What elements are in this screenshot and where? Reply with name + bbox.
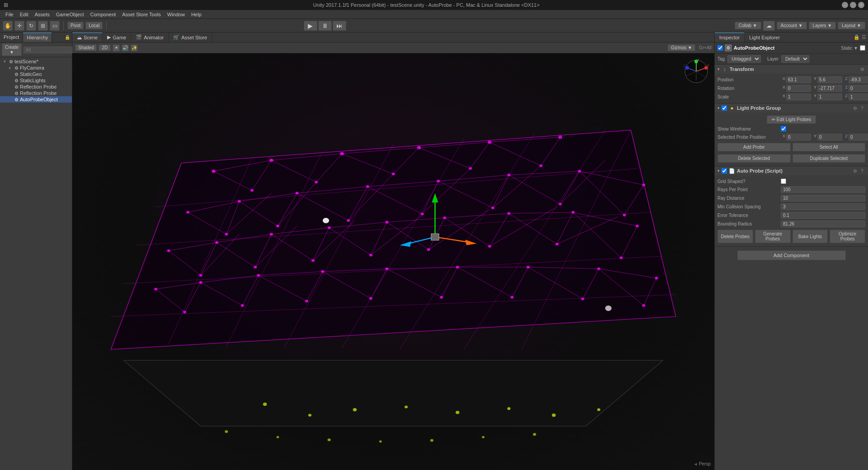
- rot-x-input[interactable]: [786, 85, 811, 92]
- hierarchy-item-5[interactable]: ⚙Reflection Probe: [0, 90, 72, 96]
- hierarchy-tab[interactable]: Hierarchy: [23, 33, 52, 42]
- svg-point-117: [417, 146, 421, 149]
- collab-button[interactable]: Collab ▼: [735, 22, 761, 29]
- cloud-icon-button[interactable]: ☁: [763, 21, 775, 31]
- scl-z-input[interactable]: [849, 94, 868, 100]
- ray-distance-input[interactable]: [781, 195, 865, 202]
- asset-store-tab[interactable]: 🛒 Asset Store: [169, 33, 212, 42]
- grid-shaped-checkbox[interactable]: [781, 179, 786, 184]
- auto-probe-header[interactable]: ▾ 📄 Auto Probe (Script) ⚙ ?: [715, 166, 868, 175]
- layer-select[interactable]: Default: [781, 55, 809, 63]
- light-probe-group-header[interactable]: ▾ ● Light Probe Group ⚙ ?: [715, 103, 868, 113]
- rot-y-input[interactable]: [817, 85, 842, 92]
- add-component-button[interactable]: Add Component: [737, 250, 846, 260]
- project-tab[interactable]: Project: [0, 33, 23, 42]
- pos-x-input[interactable]: [786, 76, 811, 83]
- menu-item-assets[interactable]: Assets: [32, 11, 52, 18]
- inspector-lock-icon[interactable]: 🔒: [854, 34, 860, 40]
- svg-point-147: [571, 211, 575, 214]
- pause-button[interactable]: ⏸: [318, 21, 332, 31]
- menu-item-window[interactable]: Window: [165, 11, 188, 18]
- menu-item-asset store tools[interactable]: Asset Store Tools: [119, 11, 163, 18]
- menu-item-file[interactable]: File: [3, 11, 16, 18]
- optimize-probes-button[interactable]: Optimize Probes: [830, 230, 865, 243]
- delete-probes-button[interactable]: Delete Probes: [717, 230, 753, 243]
- scene-view[interactable]: X Y Z ◄ Persp: [72, 53, 714, 470]
- light-explorer-tab[interactable]: Light Explorer: [745, 33, 784, 42]
- lpg-enabled-checkbox[interactable]: [722, 105, 727, 111]
- scene-tab[interactable]: ⛰ Scene: [72, 33, 103, 42]
- pos-z-input[interactable]: [849, 76, 868, 83]
- rays-per-point-input[interactable]: [781, 186, 865, 193]
- animator-tab[interactable]: 🎬 Animator: [131, 33, 169, 42]
- menu-item-help[interactable]: Help: [189, 11, 204, 18]
- aps-help-icon[interactable]: ?: [859, 168, 865, 174]
- game-tab[interactable]: ▶ Game: [103, 33, 131, 42]
- svg-point-164: [597, 268, 600, 270]
- edit-light-probes-button[interactable]: ✏ Edit Light Probes: [767, 115, 816, 124]
- transform-header[interactable]: ▾ ↕ Transform ⚙: [715, 65, 868, 74]
- pos-y-input[interactable]: [817, 76, 842, 83]
- hierarchy-item-2[interactable]: ⚙StaticGeo: [0, 71, 72, 77]
- pp-x-input[interactable]: [786, 134, 811, 141]
- play-button[interactable]: ▶: [304, 21, 317, 31]
- bake-lights-button[interactable]: Bake Lights: [793, 230, 828, 243]
- pivot-button[interactable]: Pivot: [67, 22, 84, 29]
- close-button[interactable]: ✕: [858, 2, 864, 8]
- lpg-help-icon[interactable]: ?: [859, 105, 865, 111]
- toolbar-hand-tool[interactable]: ✋: [3, 21, 13, 31]
- delete-selected-button[interactable]: Delete Selected: [717, 154, 791, 163]
- aps-enabled-checkbox[interactable]: [722, 168, 727, 174]
- hierarchy-item-1[interactable]: ▸⚙FlyCamera: [0, 65, 72, 71]
- hierarchy-item-6[interactable]: ⚙AutoProbeObject: [0, 96, 72, 103]
- scene-audio-icon[interactable]: 🔊: [122, 44, 129, 52]
- minimize-button[interactable]: —: [842, 2, 848, 8]
- step-button[interactable]: ⏭: [333, 21, 346, 31]
- min-collision-spacing-input[interactable]: [781, 203, 865, 210]
- hierarchy-item-4[interactable]: ⚙Reflection Probe: [0, 84, 72, 90]
- lpg-settings-icon[interactable]: ⚙: [852, 105, 858, 111]
- add-probe-button[interactable]: Add Probe: [717, 143, 791, 151]
- gizmos-button[interactable]: Gizmos ▼: [668, 44, 695, 51]
- 2d-button[interactable]: 2D: [99, 44, 111, 51]
- pp-z-input[interactable]: [849, 134, 868, 141]
- account-button[interactable]: Account ▼: [777, 22, 807, 29]
- menu-item-edit[interactable]: Edit: [17, 11, 31, 18]
- show-wireframe-checkbox[interactable]: [781, 126, 786, 132]
- select-all-button[interactable]: Select All: [793, 143, 866, 151]
- bounding-radius-input[interactable]: [781, 221, 865, 227]
- scl-y-input[interactable]: [817, 94, 842, 100]
- layout-button[interactable]: Layout ▼: [838, 22, 865, 29]
- error-tolerance-input[interactable]: [781, 212, 865, 219]
- tag-select[interactable]: Untagged: [727, 55, 761, 63]
- generate-probes-button[interactable]: Generate Probes: [755, 230, 791, 243]
- local-button[interactable]: Local: [85, 22, 103, 29]
- hierarchy-item-0[interactable]: ▾⚙testScene*: [0, 58, 72, 65]
- menu-item-component[interactable]: Component: [87, 11, 118, 18]
- toolbar-scale-tool[interactable]: ⊞: [38, 21, 48, 31]
- layers-button[interactable]: Layers ▼: [809, 22, 836, 29]
- transform-settings-icon[interactable]: ⚙: [859, 66, 865, 72]
- hierarchy-item-3[interactable]: ⚙StaticLights: [0, 77, 72, 84]
- rot-z-input[interactable]: [849, 85, 868, 92]
- scene-gizmo[interactable]: X Y Z: [683, 58, 710, 85]
- object-enabled-checkbox[interactable]: [717, 45, 723, 51]
- menu-item-gameobject[interactable]: GameObject: [53, 11, 87, 18]
- shaded-button[interactable]: Shaded: [75, 44, 97, 51]
- toolbar-rect-tool[interactable]: ▭: [50, 21, 60, 31]
- toolbar-move-tool[interactable]: ✛: [14, 21, 24, 31]
- pp-y-input[interactable]: [817, 134, 842, 141]
- scene-lighting-icon[interactable]: ☀: [113, 44, 120, 52]
- scl-x-input[interactable]: [786, 94, 811, 100]
- inspector-tab[interactable]: Inspector: [715, 33, 745, 42]
- panel-lock-icon[interactable]: 🔒: [65, 35, 70, 40]
- maximize-button[interactable]: □: [850, 2, 856, 8]
- duplicate-selected-button[interactable]: Duplicate Selected: [793, 154, 866, 163]
- create-button[interactable]: Create ▼: [2, 43, 22, 56]
- scl-y-axis: Y: [812, 94, 816, 100]
- static-checkbox[interactable]: [860, 45, 865, 51]
- toolbar-rotate-tool[interactable]: ↻: [26, 21, 36, 31]
- inspector-menu-icon[interactable]: ☰: [862, 34, 866, 40]
- aps-settings-icon[interactable]: ⚙: [852, 168, 858, 174]
- scene-effects-icon[interactable]: ✨: [131, 44, 138, 52]
